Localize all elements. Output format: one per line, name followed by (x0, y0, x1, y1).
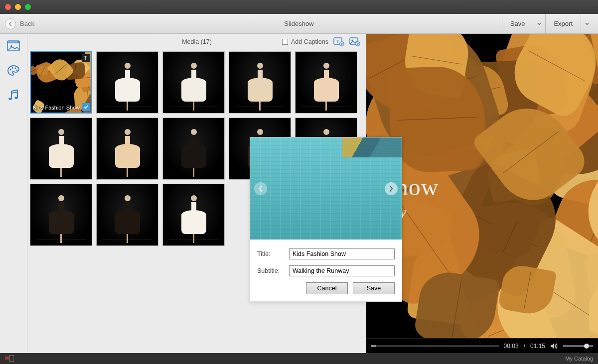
svg-point-10 (14, 67, 16, 69)
svg-point-11 (16, 69, 17, 71)
dialog-next-button[interactable] (385, 182, 398, 195)
svg-rect-20 (5, 357, 9, 360)
add-media-button[interactable] (349, 36, 360, 47)
thumbnail[interactable] (96, 184, 158, 246)
playback-controls: 00:03 / 01:15 (366, 338, 598, 353)
thumbnail[interactable] (96, 51, 158, 114)
save-label: Save (510, 20, 525, 27)
thumbnail[interactable] (295, 51, 357, 114)
svg-point-12 (8, 98, 11, 100)
back-label: Back (20, 20, 34, 27)
save-button[interactable]: Save (502, 14, 533, 33)
dialog-subtitle-input[interactable] (289, 265, 395, 276)
title-slide-dialog: Title: Subtitle: Cancel Save (250, 137, 402, 302)
svg-rect-3 (10, 41, 11, 42)
app-toolbar: Back Slideshow Save Export (0, 14, 598, 34)
dialog-title-input[interactable] (289, 248, 395, 259)
scrub-bar[interactable] (371, 345, 499, 347)
svg-rect-2 (8, 41, 9, 42)
time-current: 00:03 (504, 343, 519, 350)
window-titlebar (0, 0, 598, 14)
add-captions-label: Add Captions (291, 38, 328, 45)
audio-tab-icon[interactable] (6, 89, 20, 103)
thumbnail[interactable] (162, 184, 225, 246)
thumbnail[interactable]: Kids Fashion ShowT (30, 51, 92, 114)
status-bar: My Catalog (0, 353, 598, 364)
catalog-label[interactable]: My Catalog (565, 356, 593, 362)
checkbox-icon (282, 39, 288, 45)
thumbnail[interactable] (162, 51, 225, 114)
volume-icon[interactable] (550, 343, 558, 350)
thumbnail[interactable] (30, 184, 92, 246)
svg-point-8 (9, 69, 11, 70)
media-panel-header: Media (17) Add Captions T (27, 34, 366, 50)
add-text-slide-button[interactable]: T (333, 36, 344, 47)
svg-rect-21 (9, 356, 14, 362)
export-label: Export (554, 20, 573, 27)
add-captions-checkbox[interactable]: Add Captions (282, 38, 328, 45)
svg-point-18 (351, 39, 353, 41)
time-total: 01:15 (530, 343, 545, 350)
media-tab-icon[interactable] (6, 39, 20, 53)
dialog-save-button[interactable]: Save (353, 282, 395, 294)
dialog-subtitle-label: Subtitle: (257, 267, 289, 274)
export-dropdown-toggle[interactable] (581, 14, 593, 33)
export-button[interactable]: Export (545, 14, 581, 33)
svg-rect-5 (14, 41, 15, 42)
svg-rect-6 (16, 41, 17, 42)
minimize-window-button[interactable] (15, 4, 21, 10)
dialog-title-label: Title: (257, 250, 289, 257)
text-badge-icon: T (82, 54, 90, 62)
media-panel: Media (17) Add Captions T Kids Fashion S… (27, 34, 366, 353)
dialog-prev-button[interactable] (254, 182, 267, 195)
left-sidebar (0, 34, 27, 353)
time-separator: / (524, 343, 525, 350)
thumbnail[interactable] (229, 51, 291, 114)
svg-text:T: T (336, 39, 339, 44)
volume-slider[interactable] (563, 345, 593, 347)
dialog-preview (250, 137, 402, 240)
dialog-cancel-button[interactable]: Cancel (306, 282, 348, 294)
media-count-label: Media (17) (182, 38, 212, 45)
svg-point-9 (11, 67, 13, 69)
thumbnail[interactable] (96, 118, 158, 180)
main-area: Media (17) Add Captions T Kids Fashion S… (0, 34, 598, 353)
svg-rect-4 (12, 41, 13, 42)
thumbnail-label: Kids Fashion Show (33, 105, 81, 111)
check-badge-icon (82, 103, 90, 111)
zoom-window-button[interactable] (25, 4, 31, 10)
svg-point-13 (14, 97, 17, 99)
status-left-icon[interactable] (5, 355, 14, 362)
save-dropdown-toggle[interactable] (533, 14, 545, 33)
thumbnail[interactable] (162, 118, 225, 180)
thumbnail[interactable] (30, 118, 92, 180)
back-button[interactable]: Back (5, 18, 34, 29)
page-title: Slideshow (284, 20, 313, 27)
chevron-left-icon (5, 18, 16, 29)
close-window-button[interactable] (5, 4, 11, 10)
themes-tab-icon[interactable] (6, 64, 20, 78)
